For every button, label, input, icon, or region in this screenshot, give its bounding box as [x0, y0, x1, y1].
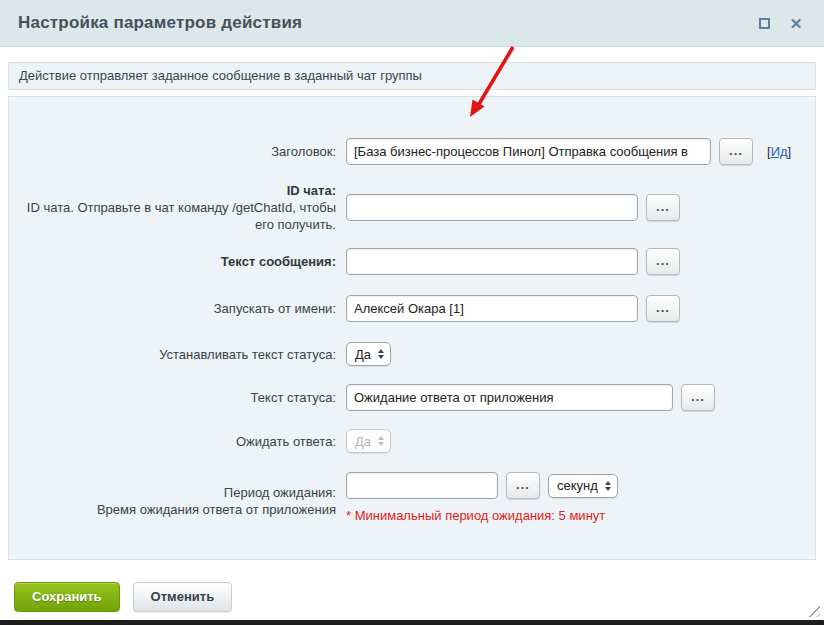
run-as-more-button[interactable]: ...: [646, 295, 680, 322]
insert-id-link[interactable]: Ид: [771, 144, 788, 159]
dialog-window: Настройка параметров действия ✕ Действие…: [0, 0, 824, 625]
dialog-title: Настройка параметров действия: [18, 13, 302, 33]
wait-period-input[interactable]: [346, 472, 498, 499]
bottom-bar: [0, 620, 824, 625]
select-arrows-icon: [378, 436, 384, 446]
dialog-footer: Сохранить Отменить: [14, 582, 824, 612]
wait-period-unit-select[interactable]: секунд: [548, 474, 618, 498]
chat-id-more-button[interactable]: ...: [646, 194, 680, 221]
wait-period-label: Период ожидания: Время ожидания ответа о…: [9, 484, 346, 518]
wait-period-more-button[interactable]: ...: [506, 472, 540, 499]
run-as-input[interactable]: [346, 295, 638, 322]
wait-answer-row: Ожидать ответа: Да: [9, 429, 807, 453]
select-arrows-icon: [605, 481, 611, 491]
parameters-form: Заголовок: ... [Ид] ID чата: ID чата. От…: [8, 96, 816, 560]
minimum-period-warning: * Минимальный период ожидания: 5 минут: [346, 508, 618, 523]
set-status-row: Устанавливать текст статуса: Да: [9, 342, 807, 366]
chat-id-row: ID чата: ID чата. Отправьте в чат команд…: [9, 182, 807, 233]
wait-period-row: Период ожидания: Время ожидания ответа о…: [9, 472, 807, 523]
status-text-more-button[interactable]: ...: [681, 384, 715, 411]
set-status-select[interactable]: Да: [346, 342, 391, 366]
title-more-button[interactable]: ...: [719, 138, 753, 165]
message-text-input[interactable]: [346, 248, 638, 275]
wait-period-description: Время ожидания ответа от приложения: [97, 502, 336, 517]
status-text-row: Текст статуса: ...: [9, 384, 807, 411]
title-input[interactable]: [346, 138, 711, 165]
chat-id-description: ID чата. Отправьте в чат команду /getCha…: [27, 200, 336, 232]
status-text-label: Текст статуса:: [9, 389, 346, 406]
wait-answer-select: Да: [346, 429, 391, 453]
message-text-label: Текст сообщения:: [9, 253, 346, 270]
action-description: Действие отправляет заданное сообщение в…: [8, 62, 816, 90]
chat-id-input[interactable]: [346, 194, 638, 221]
chat-id-label: ID чата: ID чата. Отправьте в чат команд…: [9, 182, 346, 233]
status-text-input[interactable]: [346, 384, 673, 411]
run-as-row: Запускать от имени: ...: [9, 295, 807, 322]
title-label: Заголовок:: [9, 143, 346, 160]
insert-id-link-wrap: [Ид]: [767, 144, 791, 159]
wait-answer-label: Ожидать ответа:: [9, 433, 346, 450]
set-status-label: Устанавливать текст статуса:: [9, 346, 346, 363]
save-button[interactable]: Сохранить: [14, 582, 120, 612]
maximize-icon[interactable]: [754, 13, 774, 33]
close-icon[interactable]: ✕: [786, 13, 806, 33]
cancel-button[interactable]: Отменить: [133, 582, 233, 612]
run-as-label: Запускать от имени:: [9, 300, 346, 317]
message-text-row: Текст сообщения: ...: [9, 248, 807, 275]
dialog-titlebar: Настройка параметров действия ✕: [0, 0, 824, 47]
title-row: Заголовок: ... [Ид]: [9, 138, 807, 165]
select-arrows-icon: [378, 349, 384, 359]
message-text-more-button[interactable]: ...: [646, 248, 680, 275]
